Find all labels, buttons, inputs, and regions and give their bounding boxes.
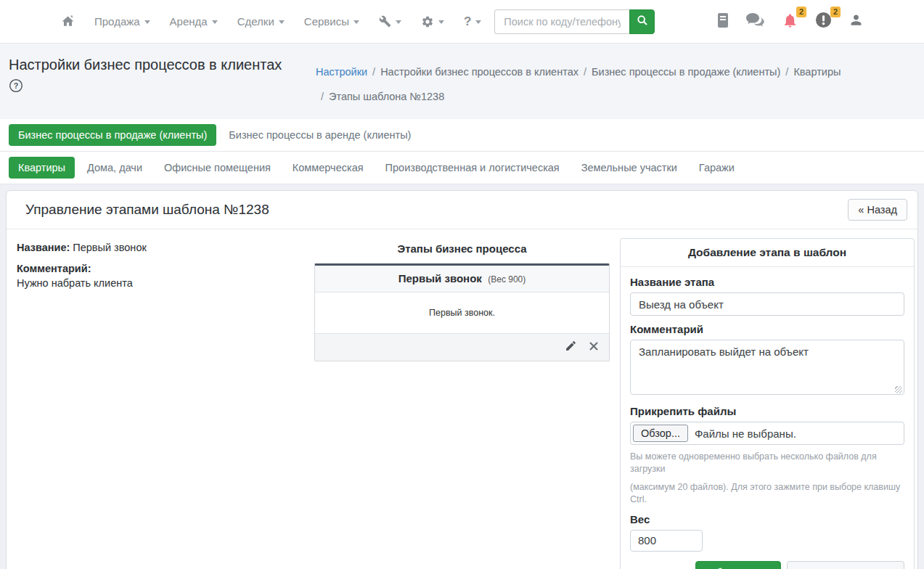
files-hint-line-2: (максимум 20 файлов). Для этого зажмите … bbox=[630, 481, 904, 506]
gear-icon bbox=[421, 15, 434, 28]
attach-files-label: Прикрепить файлы bbox=[630, 405, 904, 417]
page-header: Настройки бизнес процессов в клиентах ? … bbox=[0, 44, 924, 119]
breadcrumb-separator: / bbox=[584, 66, 586, 78]
search-button[interactable] bbox=[629, 9, 655, 34]
stages-heading: Этапы бизнес процесса bbox=[314, 242, 610, 255]
home-button[interactable] bbox=[61, 15, 75, 28]
breadcrumb-separator: / bbox=[372, 66, 375, 78]
home-icon bbox=[61, 15, 75, 28]
chevron-down-icon bbox=[212, 20, 218, 24]
weight-input[interactable] bbox=[630, 530, 703, 552]
tab-land[interactable]: Земельные участки bbox=[572, 157, 687, 179]
browse-button[interactable]: Обзор... bbox=[633, 425, 688, 442]
breadcrumb-item: Настройки бизнес процессов в клиентах bbox=[380, 66, 578, 78]
tab-industrial[interactable]: Производственная и логистическая bbox=[376, 157, 569, 179]
search-box bbox=[494, 9, 655, 34]
stage-name-label: Название: bbox=[17, 242, 70, 253]
tab-apartments[interactable]: Квартиры bbox=[9, 157, 75, 179]
notifications-button[interactable]: 2 bbox=[782, 12, 798, 32]
edit-stage-button[interactable] bbox=[565, 340, 577, 355]
breadcrumb-line-2: /Этапы шаблона №1238 bbox=[316, 84, 904, 109]
close-icon bbox=[589, 341, 599, 354]
add-stage-title: Добавление этапа в шаблон bbox=[621, 239, 914, 267]
messages-button[interactable] bbox=[746, 13, 765, 30]
tab-garages[interactable]: Гаражи bbox=[690, 157, 744, 179]
search-input[interactable] bbox=[494, 9, 629, 34]
panel-title: Управление этапами шаблона №1238 bbox=[25, 202, 269, 218]
stage-info-column: Название: Первый звонок Комментарий: Нуж… bbox=[12, 238, 304, 569]
panel-body: Название: Первый звонок Комментарий: Нуж… bbox=[7, 229, 917, 569]
stage-card-title: Первый звонок bbox=[398, 272, 482, 284]
breadcrumb: Настройки/Настройки бизнес процессов в к… bbox=[316, 56, 904, 109]
add-stage-button[interactable]: Добавить этап bbox=[695, 561, 781, 569]
template-stages-panel: Управление этапами шаблона №1238 « Назад… bbox=[6, 190, 918, 569]
menu-item-label: Сервисы bbox=[304, 15, 349, 28]
alerts-badge: 2 bbox=[830, 7, 841, 17]
help-circle-icon[interactable]: ? bbox=[9, 78, 23, 93]
breadcrumb-separator: / bbox=[321, 91, 324, 102]
menu-item-sales[interactable]: Продажа bbox=[94, 15, 150, 28]
comment-field-label: Комментарий bbox=[630, 323, 904, 335]
delete-stage-button[interactable] bbox=[589, 341, 599, 354]
comment-textarea[interactable]: Запланировать выйдет на объект bbox=[630, 340, 904, 395]
pencil-icon bbox=[565, 340, 577, 355]
breadcrumb-line-1: Настройки/Настройки бизнес процессов в к… bbox=[316, 60, 904, 84]
stage-card-header: Первый звонок (Вес 900) bbox=[315, 266, 609, 292]
page-title-block: Настройки бизнес процессов в клиентах ? bbox=[9, 56, 316, 109]
tab-rent-processes[interactable]: Бизнес процессы в аренде (клиенты) bbox=[219, 124, 420, 146]
search-icon bbox=[637, 15, 648, 29]
menu-item-rent[interactable]: Аренда bbox=[170, 15, 218, 28]
tab-sales-processes[interactable]: Бизнес процессы в продаже (клиенты) bbox=[9, 124, 216, 146]
menu-settings[interactable] bbox=[421, 15, 444, 28]
alert-icon bbox=[815, 12, 832, 31]
chevron-down-icon bbox=[279, 20, 285, 24]
menu-item-deals[interactable]: Сделки bbox=[237, 15, 285, 28]
stage-name-field-label: Название этапа bbox=[630, 276, 904, 288]
form-buttons: Добавить этап Отменить изменения bbox=[630, 561, 904, 569]
stage-card-weight: (Вес 900) bbox=[488, 274, 526, 284]
menu-help[interactable]: ? bbox=[464, 15, 481, 29]
tab-houses[interactable]: Дома, дачи bbox=[78, 157, 152, 179]
profile-button[interactable] bbox=[849, 13, 863, 30]
add-stage-column: Добавление этапа в шаблон Название этапа… bbox=[620, 238, 915, 569]
tab-commercial[interactable]: Коммерческая bbox=[283, 157, 373, 179]
stage-name-input[interactable] bbox=[630, 292, 904, 316]
menu-tools[interactable] bbox=[379, 15, 401, 28]
notifications-badge: 2 bbox=[796, 7, 806, 17]
category-tabs: Квартиры Дома, дачи Офисные помещения Ко… bbox=[0, 152, 924, 184]
tab-offices[interactable]: Офисные помещения bbox=[155, 157, 280, 179]
breadcrumb-item-current: Этапы шаблона №1238 bbox=[329, 91, 444, 102]
breadcrumb-separator: / bbox=[785, 66, 788, 78]
add-stage-panel: Добавление этапа в шаблон Название этапа… bbox=[620, 238, 915, 569]
cancel-changes-button[interactable]: Отменить изменения bbox=[787, 561, 904, 569]
breadcrumb-item: Квартиры bbox=[793, 66, 841, 78]
stage-card: Первый звонок (Вес 900) Первый звонок. bbox=[314, 263, 610, 361]
page-title: Настройки бизнес процессов в клиентах bbox=[9, 56, 316, 74]
svg-text:?: ? bbox=[14, 81, 19, 90]
user-icon bbox=[849, 13, 863, 30]
journal-button[interactable] bbox=[717, 13, 729, 30]
stages-column: Этапы бизнес процесса Первый звонок (Вес… bbox=[314, 238, 610, 569]
menu-item-label: Сделки bbox=[237, 15, 274, 28]
chevron-down-icon bbox=[353, 20, 359, 24]
navbar-right-icons: 2 2 bbox=[717, 12, 863, 32]
files-hint-line-1: Вы можете одновременно выбрать несколько… bbox=[630, 451, 904, 475]
question-icon: ? bbox=[464, 15, 471, 29]
stage-comment-label: Комментарий: bbox=[17, 263, 304, 274]
wrench-icon bbox=[379, 15, 391, 28]
file-input[interactable]: Обзор... Файлы не выбраны. bbox=[630, 422, 904, 445]
bell-icon bbox=[782, 12, 798, 32]
stage-comment-value: Нужно набрать клиента bbox=[17, 277, 304, 289]
back-button[interactable]: « Назад bbox=[848, 199, 907, 221]
stage-name-value: Первый звонок bbox=[73, 242, 146, 253]
weight-field-label: Вес bbox=[630, 513, 904, 525]
main-menu: Продажа Аренда Сделки Сервисы bbox=[61, 15, 481, 29]
menu-item-label: Аренда bbox=[170, 15, 208, 28]
stage-name-row: Название: Первый звонок bbox=[17, 242, 304, 253]
menu-item-services[interactable]: Сервисы bbox=[304, 15, 359, 28]
breadcrumb-link-settings[interactable]: Настройки bbox=[316, 66, 367, 78]
alerts-button[interactable]: 2 bbox=[815, 12, 832, 31]
file-status-text: Файлы не выбраны. bbox=[695, 427, 796, 440]
stage-card-description: Первый звонок. bbox=[315, 292, 609, 333]
chevron-down-icon bbox=[396, 20, 401, 24]
